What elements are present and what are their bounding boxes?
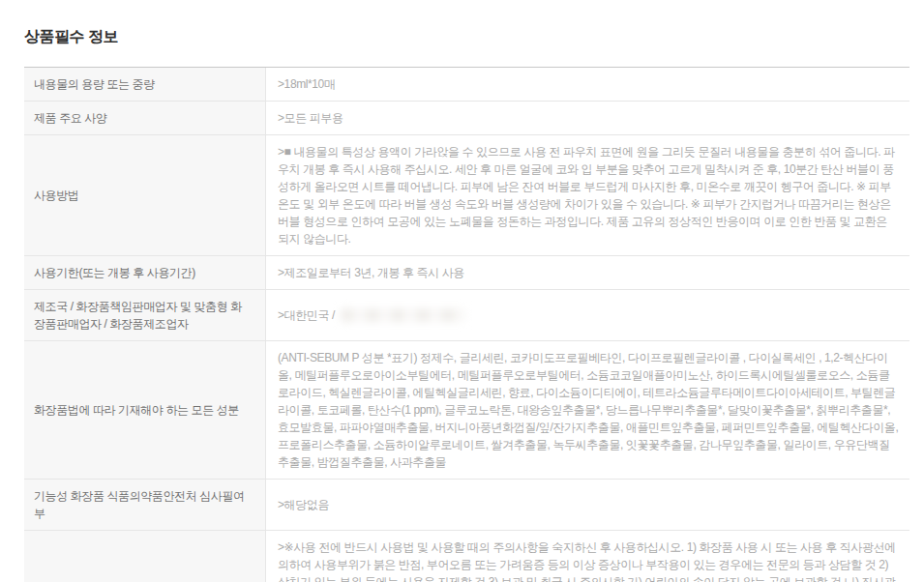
- product-info-section: 상품필수 정보 내용물의 용량 또는 중량 >18ml*10매 제품 주요 사양…: [0, 27, 924, 582]
- row-value: >해당없음: [266, 480, 909, 530]
- row-label: 사용할때의 주의사항: [24, 531, 266, 582]
- row-value-text: >18ml*10매: [278, 75, 335, 93]
- table-row: 제품 주요 사양 >모든 피부용: [24, 102, 909, 135]
- row-label: 내용물의 용량 또는 중량: [24, 68, 266, 101]
- row-value-text: (ANTI-SEBUM P 성분 *표기) 정제수, 글리세린, 코카미도프로필…: [278, 349, 900, 471]
- row-value: >모든 피부용: [266, 102, 909, 134]
- row-value-text: >※사용 전에 반드시 사용법 및 사용할 때의 주의사항을 숙지하신 후 사용…: [278, 538, 900, 582]
- table-row: 내용물의 용량 또는 중량 >18ml*10매: [24, 68, 909, 102]
- product-info-table: 내용물의 용량 또는 중량 >18ml*10매 제품 주요 사양 >모든 피부용…: [24, 67, 909, 582]
- row-label: 제조국 / 화장품책임판매업자 및 맞춤형 화장품판매업자 / 화장품제조업자: [24, 290, 266, 340]
- row-value: >※사용 전에 반드시 사용법 및 사용할 때의 주의사항을 숙지하신 후 사용…: [266, 531, 909, 582]
- table-row: 제조국 / 화장품책임판매업자 및 맞춤형 화장품판매업자 / 화장품제조업자 …: [24, 290, 909, 341]
- row-label: 제품 주요 사양: [24, 102, 266, 134]
- row-value: >18ml*10매: [266, 68, 909, 101]
- row-value-text: >제조일로부터 3년, 개봉 후 즉시 사용: [278, 264, 464, 281]
- row-value: >■ 내용물의 특성상 용액이 가라앉을 수 있으므로 사용 전 파우치 표면에…: [266, 135, 909, 255]
- row-value-text: >해당없음: [278, 496, 329, 513]
- table-row: 화장품법에 따라 기재해야 하는 모든 성분 (ANTI-SEBUM P 성분 …: [24, 341, 909, 480]
- row-value: (ANTI-SEBUM P 성분 *표기) 정제수, 글리세린, 코카미도프로필…: [266, 341, 909, 479]
- row-label: 사용기한(또는 개봉 후 사용기간): [24, 256, 266, 289]
- row-label: 기능성 화장품 식품의약품안전처 심사필여부: [24, 480, 266, 530]
- table-row: 사용할때의 주의사항 >※사용 전에 반드시 사용법 및 사용할 때의 주의사항…: [24, 531, 909, 582]
- row-value-text: >■ 내용물의 특성상 용액이 가라앉을 수 있으므로 사용 전 파우치 표면에…: [278, 143, 900, 247]
- table-row: 기능성 화장품 식품의약품안전처 심사필여부 >해당없음: [24, 480, 909, 531]
- page-title: 상품필수 정보: [24, 27, 909, 47]
- redacted-blur: [341, 308, 466, 322]
- row-label: 사용방법: [24, 135, 266, 255]
- row-label: 화장품법에 따라 기재해야 하는 모든 성분: [24, 341, 266, 479]
- row-value-text: >모든 피부용: [278, 109, 343, 127]
- row-value: >대한민국 /: [266, 290, 909, 340]
- table-row: 사용방법 >■ 내용물의 특성상 용액이 가라앉을 수 있으므로 사용 전 파우…: [24, 135, 909, 256]
- table-row: 사용기한(또는 개봉 후 사용기간) >제조일로부터 3년, 개봉 후 즉시 사…: [24, 256, 909, 290]
- row-value-text: >대한민국 /: [278, 306, 335, 324]
- row-value: >제조일로부터 3년, 개봉 후 즉시 사용: [266, 256, 909, 289]
